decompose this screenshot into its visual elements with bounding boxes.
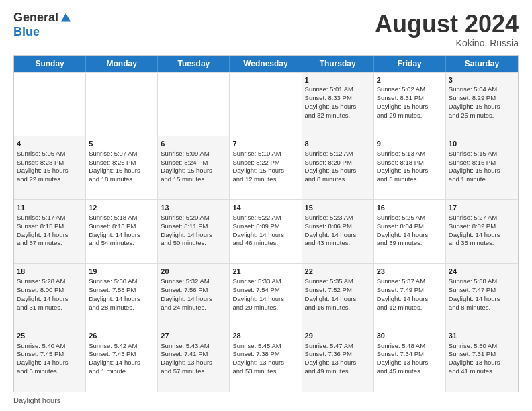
day-content: Daylight: 13 hours <box>449 359 515 367</box>
day-content: Daylight: 13 hours <box>161 359 226 367</box>
day-content: Sunrise: 5:48 AM <box>377 342 443 351</box>
day-content: Sunrise: 5:32 AM <box>161 277 226 286</box>
calendar-row: 11Sunrise: 5:17 AMSunset: 8:15 PMDayligh… <box>14 199 518 263</box>
day-content: Daylight: 14 hours <box>89 231 154 240</box>
calendar-header-cell: Monday <box>86 56 158 72</box>
calendar-cell: 14Sunrise: 5:22 AMSunset: 8:09 PMDayligh… <box>230 200 302 263</box>
calendar-cell: 4Sunrise: 5:05 AMSunset: 8:28 PMDaylight… <box>14 136 86 199</box>
calendar-cell <box>86 73 158 136</box>
calendar-row: 1Sunrise: 5:01 AMSunset: 8:33 PMDaylight… <box>14 72 518 136</box>
day-number: 9 <box>377 139 443 149</box>
day-content: and 18 minutes. <box>89 175 154 184</box>
day-number: 14 <box>232 203 298 213</box>
calendar-cell: 20Sunrise: 5:32 AMSunset: 7:56 PMDayligh… <box>158 264 230 327</box>
day-number: 7 <box>232 139 298 149</box>
calendar-cell: 10Sunrise: 5:15 AMSunset: 8:16 PMDayligh… <box>446 136 518 199</box>
day-number: 28 <box>232 331 298 341</box>
day-content: Sunrise: 5:45 AM <box>232 342 298 351</box>
day-content: Daylight: 14 hours <box>449 231 515 240</box>
day-content: Daylight: 15 hours <box>232 167 298 175</box>
day-content: Daylight: 14 hours <box>17 295 83 304</box>
day-content: and 20 minutes. <box>232 304 298 312</box>
day-content: Sunset: 7:47 PM <box>449 286 515 295</box>
day-content: Sunrise: 5:10 AM <box>232 150 298 158</box>
day-content: Sunrise: 5:35 AM <box>305 277 371 286</box>
day-content: Sunrise: 5:13 AM <box>377 150 443 158</box>
day-content: and 57 minutes. <box>17 239 83 248</box>
calendar-cell: 2Sunrise: 5:02 AMSunset: 8:31 PMDaylight… <box>374 73 446 136</box>
day-content: Daylight: 14 hours <box>232 295 298 304</box>
day-number: 29 <box>305 331 371 341</box>
day-content: Sunset: 7:43 PM <box>89 350 154 359</box>
day-content: Sunrise: 5:30 AM <box>89 277 154 286</box>
calendar-cell <box>230 73 302 136</box>
day-content: Daylight: 14 hours <box>17 231 83 240</box>
location: Kokino, Russia <box>375 38 519 48</box>
day-content: Sunrise: 5:01 AM <box>305 85 371 94</box>
day-content: Daylight: 15 hours <box>305 167 371 175</box>
day-content: Daylight: 15 hours <box>161 167 226 175</box>
day-content: Sunset: 7:45 PM <box>17 350 83 359</box>
day-content: Sunrise: 5:09 AM <box>161 150 226 158</box>
header: General Blue August 2024 Kokino, Russia <box>13 11 519 48</box>
footer-label: Daylight hours <box>13 396 60 404</box>
day-number: 11 <box>17 203 83 213</box>
day-content: Sunset: 8:24 PM <box>161 158 226 167</box>
day-content: Sunset: 8:06 PM <box>305 222 371 231</box>
day-content: Sunrise: 5:50 AM <box>449 342 515 351</box>
day-content: and 5 minutes. <box>377 175 443 184</box>
day-content: Sunset: 8:15 PM <box>17 222 83 231</box>
day-content: Daylight: 15 hours <box>377 103 443 111</box>
calendar-header-cell: Saturday <box>446 56 518 72</box>
day-number: 5 <box>89 139 154 149</box>
day-content: Sunrise: 5:20 AM <box>161 214 226 222</box>
day-content: and 49 minutes. <box>305 367 371 376</box>
day-content: and 1 minute. <box>449 175 515 184</box>
day-content: and 39 minutes. <box>377 239 443 248</box>
day-content: Sunrise: 5:27 AM <box>449 214 515 222</box>
calendar-cell <box>158 73 230 136</box>
calendar-header-cell: Tuesday <box>158 56 230 72</box>
day-content: Sunrise: 5:43 AM <box>161 342 226 351</box>
day-content: Daylight: 15 hours <box>377 167 443 175</box>
day-number: 10 <box>449 139 515 149</box>
calendar-cell: 24Sunrise: 5:38 AMSunset: 7:47 PMDayligh… <box>446 264 518 327</box>
day-content: Sunset: 8:33 PM <box>305 94 371 103</box>
day-content: Daylight: 15 hours <box>449 167 515 175</box>
day-content: Sunset: 7:36 PM <box>305 350 371 359</box>
day-content: Daylight: 14 hours <box>377 295 443 304</box>
day-content: and 15 minutes. <box>161 175 226 184</box>
calendar-cell: 8Sunrise: 5:12 AMSunset: 8:20 PMDaylight… <box>302 136 374 199</box>
day-number: 15 <box>305 203 371 213</box>
calendar-header-cell: Sunday <box>14 56 86 72</box>
calendar-cell: 26Sunrise: 5:42 AMSunset: 7:43 PMDayligh… <box>86 328 158 392</box>
calendar-cell: 19Sunrise: 5:30 AMSunset: 7:58 PMDayligh… <box>86 264 158 327</box>
day-content: Sunset: 7:49 PM <box>377 286 443 295</box>
calendar-cell: 13Sunrise: 5:20 AMSunset: 8:11 PMDayligh… <box>158 200 230 263</box>
day-content: Sunrise: 5:05 AM <box>17 150 83 158</box>
day-content: Sunrise: 5:28 AM <box>17 277 83 286</box>
day-content: Daylight: 15 hours <box>89 167 154 175</box>
calendar-header-cell: Thursday <box>302 56 374 72</box>
day-content: and 12 minutes. <box>377 304 443 312</box>
logo-icon <box>60 12 72 24</box>
calendar-cell: 25Sunrise: 5:40 AMSunset: 7:45 PMDayligh… <box>14 328 86 392</box>
day-content: Daylight: 14 hours <box>232 231 298 240</box>
calendar-cell: 11Sunrise: 5:17 AMSunset: 8:15 PMDayligh… <box>14 200 86 263</box>
day-content: and 8 minutes. <box>449 304 515 312</box>
day-number: 21 <box>232 267 298 277</box>
day-content: Sunrise: 5:17 AM <box>17 214 83 222</box>
day-number: 23 <box>377 267 443 277</box>
day-content: Sunset: 8:31 PM <box>377 94 443 103</box>
day-number: 16 <box>377 203 443 213</box>
day-number: 12 <box>89 203 154 213</box>
day-content: Sunset: 7:31 PM <box>449 350 515 359</box>
day-number: 31 <box>449 331 515 341</box>
day-content: and 25 minutes. <box>449 111 515 120</box>
day-content: Sunrise: 5:42 AM <box>89 342 154 351</box>
day-content: and 50 minutes. <box>161 239 226 248</box>
day-content: Sunset: 7:41 PM <box>161 350 226 359</box>
calendar-cell: 31Sunrise: 5:50 AMSunset: 7:31 PMDayligh… <box>446 328 518 392</box>
calendar-cell: 23Sunrise: 5:37 AMSunset: 7:49 PMDayligh… <box>374 264 446 327</box>
day-content: Sunrise: 5:25 AM <box>377 214 443 222</box>
